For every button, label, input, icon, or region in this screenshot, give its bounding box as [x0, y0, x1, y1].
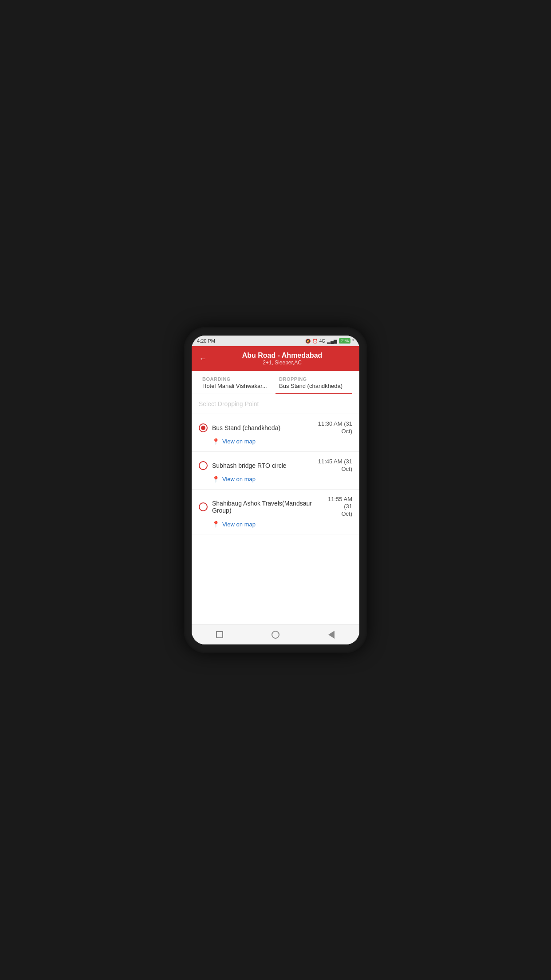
dropping-name-1: Bus Stand (chandkheda): [212, 424, 280, 431]
map-pin-icon-2: 📍: [212, 476, 220, 483]
dropping-time-3: 11:55 AM (31Oct): [321, 496, 352, 518]
bus-type: 2+1, Sleeper,AC: [212, 360, 352, 366]
tab-boarding[interactable]: BOARDING Hotel Manali Vishwakar...: [199, 371, 276, 394]
map-pin-icon-3: 📍: [212, 521, 220, 528]
view-on-map-2[interactable]: 📍 View on map: [212, 476, 352, 483]
alarm-icon: ⏰: [312, 339, 318, 344]
nav-circle-icon: [272, 631, 279, 639]
dropping-item-3[interactable]: Shahibaug Ashok Travels(Mandsaur Group) …: [192, 490, 359, 535]
view-on-map-1[interactable]: 📍 View on map: [212, 438, 352, 445]
radio-btn-1[interactable]: [199, 423, 208, 432]
wifi-bars: ▂▄▆: [327, 339, 337, 344]
select-dropping-placeholder: Select Dropping Point: [192, 394, 359, 414]
phone-screen: 4:20 PM 🔕 ⏰ 4G ▂▄▆ 71% * ← Abu Road - Ah…: [192, 336, 359, 644]
boarding-tab-value: Hotel Manali Vishwakar...: [202, 383, 272, 389]
dropping-item-3-left: Shahibaug Ashok Travels(Mandsaur Group): [199, 500, 321, 514]
header-title-block: Abu Road - Ahmedabad 2+1, Sleeper,AC: [212, 352, 352, 366]
bluetooth-icon: *: [352, 339, 354, 344]
notification-icon: 🔕: [305, 339, 311, 344]
app-header: ← Abu Road - Ahmedabad 2+1, Sleeper,AC: [192, 346, 359, 371]
dropping-item-2-left: Subhash bridge RTO circle: [199, 461, 287, 470]
dropping-item-1-row: Bus Stand (chandkheda) 11:30 AM (31Oct): [199, 420, 352, 435]
dropping-name-3: Shahibaug Ashok Travels(Mandsaur Group): [212, 500, 321, 514]
nav-back-button[interactable]: [326, 629, 337, 640]
view-on-map-label-3: View on map: [222, 521, 256, 528]
radio-btn-2[interactable]: [199, 461, 208, 470]
nav-square-icon: [216, 631, 223, 638]
tab-dropping[interactable]: DROPPING Bus Stand (chandkheda): [276, 371, 352, 394]
dropping-item-2-row: Subhash bridge RTO circle 11:45 AM (31Oc…: [199, 458, 352, 473]
view-on-map-label-2: View on map: [222, 476, 256, 482]
view-on-map-3[interactable]: 📍 View on map: [212, 521, 352, 528]
phone-frame: 4:20 PM 🔕 ⏰ 4G ▂▄▆ 71% * ← Abu Road - Ah…: [184, 327, 367, 653]
dropping-name-2: Subhash bridge RTO circle: [212, 462, 287, 469]
nav-bar: [192, 624, 359, 644]
tabs-section: BOARDING Hotel Manali Vishwakar... DROPP…: [192, 371, 359, 394]
radio-btn-3[interactable]: [199, 502, 208, 511]
route-title: Abu Road - Ahmedabad: [212, 352, 352, 360]
dropping-points-list: Bus Stand (chandkheda) 11:30 AM (31Oct) …: [192, 414, 359, 624]
map-pin-icon-1: 📍: [212, 438, 220, 445]
dropping-tab-label: DROPPING: [279, 376, 349, 382]
dropping-item-1[interactable]: Bus Stand (chandkheda) 11:30 AM (31Oct) …: [192, 414, 359, 452]
status-icons: 🔕 ⏰ 4G ▂▄▆ 71% *: [305, 338, 354, 344]
status-bar: 4:20 PM 🔕 ⏰ 4G ▂▄▆ 71% *: [192, 336, 359, 346]
status-time: 4:20 PM: [197, 338, 215, 344]
view-on-map-label-1: View on map: [222, 438, 256, 445]
dropping-time-1: 11:30 AM (31Oct): [318, 420, 352, 435]
signal-icon: 4G: [319, 339, 325, 344]
dropping-item-1-left: Bus Stand (chandkheda): [199, 423, 280, 432]
dropping-tab-value: Bus Stand (chandkheda): [279, 383, 349, 389]
nav-back-icon: [328, 631, 335, 639]
dropping-time-2: 11:45 AM (31Oct): [318, 458, 352, 473]
dropping-item-2[interactable]: Subhash bridge RTO circle 11:45 AM (31Oc…: [192, 452, 359, 490]
battery-icon: 71%: [339, 338, 350, 344]
back-button[interactable]: ←: [199, 354, 207, 364]
nav-home-button[interactable]: [270, 629, 281, 640]
dropping-item-3-row: Shahibaug Ashok Travels(Mandsaur Group) …: [199, 496, 352, 518]
nav-square-button[interactable]: [214, 629, 225, 640]
boarding-tab-label: BOARDING: [202, 376, 272, 382]
